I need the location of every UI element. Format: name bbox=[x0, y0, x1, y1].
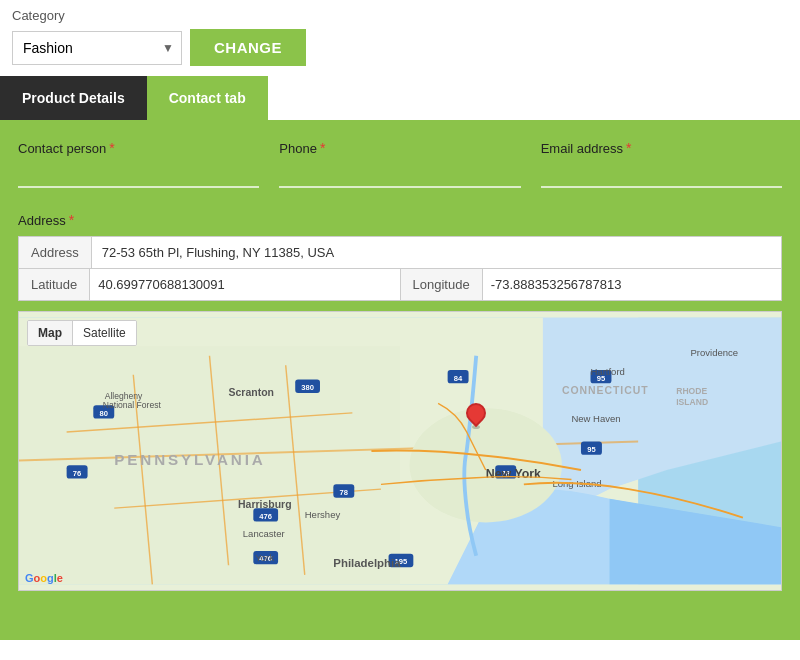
contact-person-required: * bbox=[109, 140, 114, 156]
phone-input[interactable] bbox=[279, 162, 520, 188]
svg-text:Providence: Providence bbox=[691, 347, 739, 358]
address-section: Address * Address 72-53 65th Pl, Flushin… bbox=[18, 212, 782, 301]
category-select[interactable]: Fashion Electronics Furniture Sports bbox=[12, 31, 182, 65]
map-container: 80 76 78 476 380 476 195 bbox=[18, 311, 782, 591]
map-pin bbox=[466, 403, 486, 429]
contact-person-label: Contact person * bbox=[18, 140, 259, 156]
svg-text:78: 78 bbox=[340, 488, 348, 497]
svg-text:National Forest: National Forest bbox=[103, 400, 162, 410]
satellite-view-button[interactable]: Satellite bbox=[73, 321, 136, 345]
tabs-row: Product Details Contact tab bbox=[0, 76, 800, 120]
contact-person-group: Contact person * bbox=[18, 140, 279, 188]
lat-lng-row: Latitude 40.699770688130091 Longitude -7… bbox=[18, 269, 782, 301]
tab-product-details[interactable]: Product Details bbox=[0, 76, 147, 120]
category-row: Fashion Electronics Furniture Sports ▼ C… bbox=[12, 29, 788, 66]
latitude-tag: Latitude bbox=[19, 269, 90, 300]
phone-group: Phone * bbox=[279, 140, 540, 188]
address-input-wrapper: Address 72-53 65th Pl, Flushing, NY 1138… bbox=[18, 236, 782, 269]
svg-text:Philadelphia: Philadelphia bbox=[333, 557, 401, 569]
svg-text:New Haven: New Haven bbox=[571, 413, 620, 424]
contact-person-input[interactable] bbox=[18, 162, 259, 188]
address-required: * bbox=[69, 212, 74, 228]
svg-text:PENNSYLVANIA: PENNSYLVANIA bbox=[114, 451, 265, 468]
content-area: Contact person * Phone * Email address *… bbox=[0, 120, 800, 640]
svg-text:Scranton: Scranton bbox=[229, 387, 274, 398]
address-value: 72-53 65th Pl, Flushing, NY 11385, USA bbox=[92, 237, 344, 268]
svg-text:Hartford: Hartford bbox=[591, 366, 625, 377]
map-view-button[interactable]: Map bbox=[28, 321, 73, 345]
address-tag: Address bbox=[19, 237, 92, 268]
google-logo: Google bbox=[25, 572, 63, 584]
svg-text:Lancaster: Lancaster bbox=[243, 528, 286, 539]
longitude-tag: Longitude bbox=[401, 269, 483, 300]
svg-text:CONNECTICUT: CONNECTICUT bbox=[562, 385, 649, 396]
address-label-text: Address bbox=[18, 213, 66, 228]
svg-text:95: 95 bbox=[587, 445, 596, 454]
tab-contact[interactable]: Contact tab bbox=[147, 76, 268, 120]
category-select-wrapper: Fashion Electronics Furniture Sports ▼ bbox=[12, 31, 182, 65]
map-background: 80 76 78 476 380 476 195 bbox=[19, 312, 781, 590]
svg-text:York: York bbox=[255, 552, 274, 563]
svg-text:Harrisburg: Harrisburg bbox=[238, 499, 292, 510]
phone-label: Phone * bbox=[279, 140, 520, 156]
map-svg: 80 76 78 476 380 476 195 bbox=[19, 312, 781, 590]
svg-text:ISLAND: ISLAND bbox=[676, 397, 708, 407]
fields-row: Contact person * Phone * Email address * bbox=[18, 140, 782, 188]
email-required: * bbox=[626, 140, 631, 156]
map-controls: Map Satellite bbox=[27, 320, 137, 346]
svg-text:Allegheny: Allegheny bbox=[105, 391, 143, 401]
phone-required: * bbox=[320, 140, 325, 156]
contact-person-label-text: Contact person bbox=[18, 141, 106, 156]
category-label: Category bbox=[12, 8, 788, 23]
svg-text:380: 380 bbox=[301, 383, 314, 392]
svg-text:476: 476 bbox=[259, 512, 272, 521]
svg-text:RHODE: RHODE bbox=[676, 386, 707, 396]
email-group: Email address * bbox=[541, 140, 782, 188]
email-input[interactable] bbox=[541, 162, 782, 188]
phone-label-text: Phone bbox=[279, 141, 317, 156]
longitude-wrapper: Longitude -73.888353256787813 bbox=[401, 269, 783, 301]
longitude-value: -73.888353256787813 bbox=[483, 269, 630, 300]
svg-text:84: 84 bbox=[454, 374, 463, 383]
svg-text:Hershey: Hershey bbox=[305, 509, 341, 520]
pin-head bbox=[462, 399, 490, 427]
svg-text:76: 76 bbox=[73, 469, 81, 478]
latitude-value: 40.699770688130091 bbox=[90, 269, 233, 300]
email-label: Email address * bbox=[541, 140, 782, 156]
email-label-text: Email address bbox=[541, 141, 623, 156]
address-label: Address * bbox=[18, 212, 782, 228]
svg-text:New York: New York bbox=[486, 467, 541, 481]
latitude-wrapper: Latitude 40.699770688130091 bbox=[18, 269, 401, 301]
category-section: Category Fashion Electronics Furniture S… bbox=[0, 0, 800, 76]
change-button[interactable]: CHANGE bbox=[190, 29, 306, 66]
